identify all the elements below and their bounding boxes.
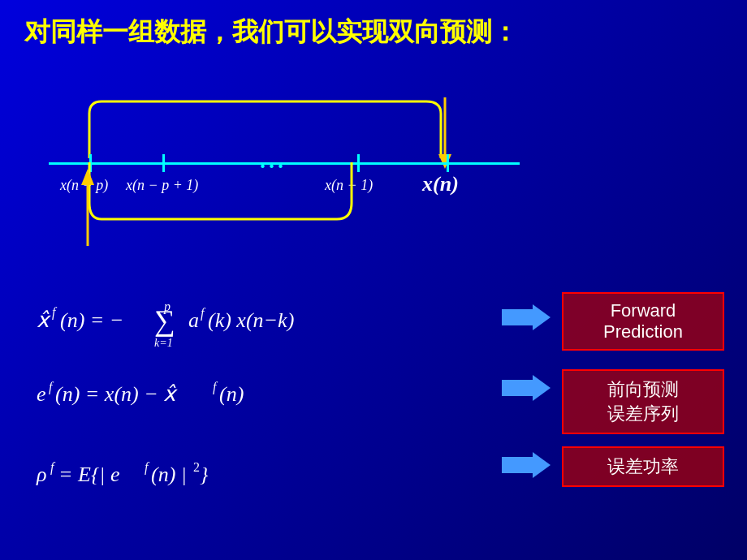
svg-text:(n) = −: (n) = − xyxy=(60,308,123,332)
svg-text:(n): (n) xyxy=(219,382,244,406)
tick-4 xyxy=(447,154,449,172)
svg-text:2: 2 xyxy=(193,460,200,474)
svg-marker-13 xyxy=(502,304,551,330)
bottom-arrow-svg xyxy=(80,165,96,246)
svg-text:f: f xyxy=(145,460,150,475)
formula-1-container: x̂ f (n) = − ∑ k=1 p a f (k) x(n−k) xyxy=(32,288,503,356)
formula-3-container: ρ f = E{| e f (n) | 2 } xyxy=(32,445,503,501)
svg-text:(n) |: (n) | xyxy=(151,463,187,486)
svg-marker-1 xyxy=(438,154,451,169)
formula-2-svg: e f (n) = x(n) − x̂ f (n) xyxy=(32,367,438,416)
svg-text:p: p xyxy=(163,299,171,314)
svg-text:k=1: k=1 xyxy=(154,337,173,349)
arrow-2-svg xyxy=(502,375,551,401)
svg-text:a: a xyxy=(188,308,199,332)
svg-text:f: f xyxy=(50,460,56,475)
svg-text:(n) = x(n) − x̂: (n) = x(n) − x̂ xyxy=(55,382,178,406)
svg-text:}: } xyxy=(200,463,209,486)
svg-text:ρ: ρ xyxy=(36,463,46,486)
svg-text:= E{| e: = E{| e xyxy=(58,463,120,486)
error-power-line1: 误差功率 xyxy=(573,454,713,479)
svg-text:f: f xyxy=(213,380,218,394)
slide-title: 对同样一组数据，我们可以实现双向预测： xyxy=(24,15,518,50)
svg-text:(k) x(n−k): (k) x(n−k) xyxy=(208,308,294,332)
svg-text:x̂: x̂ xyxy=(37,308,51,332)
svg-marker-3 xyxy=(81,169,94,185)
x-label-4: x(n) xyxy=(422,172,459,196)
svg-marker-27 xyxy=(502,452,551,478)
formula-2-container: e f (n) = x(n) − x̂ f (n) xyxy=(32,367,503,419)
bottom-brace-svg xyxy=(85,162,353,223)
forward-prediction-line2: Prediction xyxy=(573,321,713,342)
svg-text:f: f xyxy=(49,380,54,394)
svg-text:f: f xyxy=(52,305,58,320)
svg-text:f: f xyxy=(201,306,206,321)
forward-error-box: 前向预测 误差序列 xyxy=(562,369,724,434)
forward-prediction-line1: Forward xyxy=(573,300,713,321)
arrow-1-svg xyxy=(502,304,551,330)
error-power-box: 误差功率 xyxy=(562,446,724,487)
formula-3-svg: ρ f = E{| e f (n) | 2 } xyxy=(32,445,438,498)
forward-prediction-box: Forward Prediction xyxy=(562,292,724,351)
arrow-3-svg xyxy=(502,452,551,478)
svg-text:e: e xyxy=(37,382,46,406)
svg-marker-19 xyxy=(502,375,551,401)
timeline-container: ... x(n − p) x(n − p + 1) x(n − 1) x(n) xyxy=(49,81,520,260)
formula-1-svg: x̂ f (n) = − ∑ k=1 p a f (k) x(n−k) xyxy=(32,288,503,353)
tick-3 xyxy=(357,154,360,172)
slide: 对同样一组数据，我们可以实现双向预测： ... x(n − p) x(n − p… xyxy=(0,0,747,560)
forward-error-line1: 前向预测 xyxy=(573,377,713,402)
forward-error-line2: 误差序列 xyxy=(573,402,713,426)
top-arrow-svg xyxy=(437,97,453,170)
